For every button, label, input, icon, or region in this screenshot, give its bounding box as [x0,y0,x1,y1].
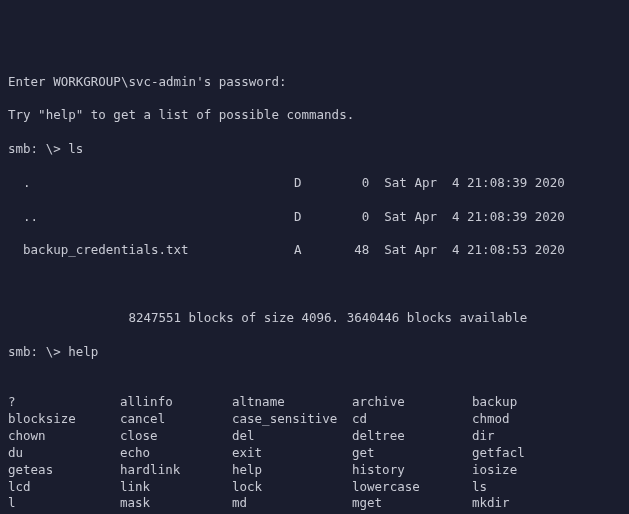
help-row: chownclosedeldeltreedir [8,428,621,445]
help-cmd: cancel [120,411,232,428]
help-cmd: chown [8,428,120,445]
help-cmd: link [120,479,232,496]
help-row: lcdlinklocklowercasels [8,479,621,496]
help-cmd: mask [120,495,232,512]
help-cmd: allinfo [120,394,232,411]
help-cmd: history [352,462,472,479]
help-cmd: exit [232,445,352,462]
help-cmd: getfacl [472,445,621,462]
prompt-ls[interactable]: smb: \> ls [8,141,621,158]
help-row: geteashardlinkhelphistoryiosize [8,462,621,479]
prompt: smb: \> [8,141,68,156]
help-cmd: get [352,445,472,462]
help-cmd: mkdir [472,495,621,512]
listing-blocks: 8247551 blocks of size 4096. 3640446 blo… [8,310,621,327]
help-cmd: lowercase [352,479,472,496]
help-cmd: ls [472,479,621,496]
help-cmd: iosize [472,462,621,479]
cmd-help: help [68,344,98,359]
listing-row-backup-credentials: backup_credentials.txt A 48 Sat Apr 4 21… [8,242,621,259]
help-cmd: case_sensitive [232,411,352,428]
help-cmd: md [232,495,352,512]
help-cmd: du [8,445,120,462]
help-cmd: help [232,462,352,479]
help-cmd: archive [352,394,472,411]
help-cmd: l [8,495,120,512]
listing-spacer [8,276,621,293]
help-cmd: lock [232,479,352,496]
help-row: duechoexitgetgetfacl [8,445,621,462]
help-cmd: close [120,428,232,445]
help-cmd: mget [352,495,472,512]
help-cmd: echo [120,445,232,462]
help-cmd: ? [8,394,120,411]
help-cmd: lcd [8,479,120,496]
cmd-ls: ls [68,141,83,156]
listing-row-dotdot: .. D 0 Sat Apr 4 21:08:39 2020 [8,209,621,226]
help-cmd: blocksize [8,411,120,428]
help-row: ?allinfoaltnamearchivebackup [8,394,621,411]
line-prompt-password: Enter WORKGROUP\svc-admin's password: [8,74,621,91]
help-row: blocksizecancelcase_sensitivecdchmod [8,411,621,428]
help-cmd: geteas [8,462,120,479]
help-cmd: backup [472,394,621,411]
prompt-help[interactable]: smb: \> help [8,344,621,361]
help-cmd: chmod [472,411,621,428]
help-cmd: altname [232,394,352,411]
help-cmd: hardlink [120,462,232,479]
prompt: smb: \> [8,344,68,359]
help-cmd: del [232,428,352,445]
help-cmd: dir [472,428,621,445]
line-try-help: Try "help" to get a list of possible com… [8,107,621,124]
help-cmd: deltree [352,428,472,445]
help-output: ?allinfoaltnamearchivebackupblocksizecan… [8,394,621,514]
help-cmd: cd [352,411,472,428]
help-row: lmaskmdmgetmkdir [8,495,621,512]
listing-row-dot: . D 0 Sat Apr 4 21:08:39 2020 [8,175,621,192]
